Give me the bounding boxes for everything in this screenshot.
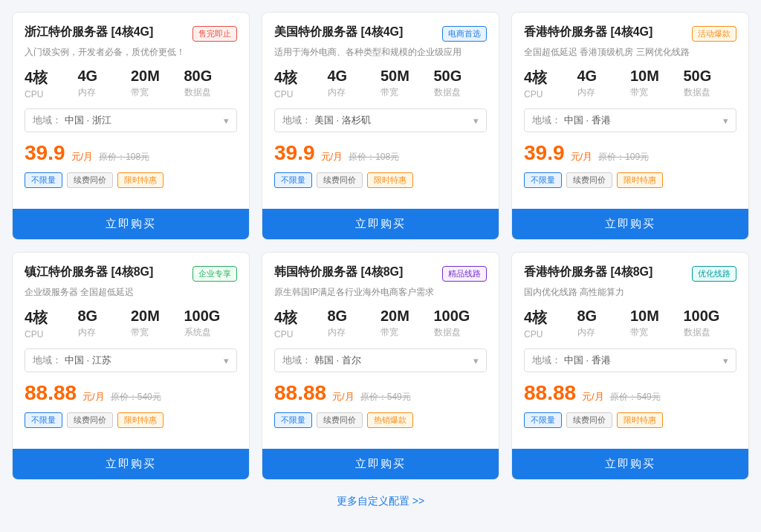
card-title-korea: 韩国特价服务器 [4核8G] [274,265,403,280]
spec-label-3-2: 带宽 [131,326,184,339]
spec-item-0-0: 4核 CPU [25,68,78,100]
server-card-korea: 韩国特价服务器 [4核8G] 精品线路 原生韩国IP满足各行业海外电商客户需求 … [262,252,499,480]
spec-item-2-2: 10M 带宽 [630,68,684,100]
spec-item-5-3: 100G 数据盘 [684,308,737,340]
price-row-zhenjiang: 88.88 元/月 原价：540元 [25,381,237,405]
spec-item-4-3: 100G 数据盘 [434,308,488,340]
card-desc-zhenjiang: 企业级服务器 全国超低延迟 [25,286,237,299]
server-card-hk2: 香港特价服务器 [4核8G] 优化线路 国内优化线路 高性能算力 4核 CPU … [511,252,749,480]
region-select-korea[interactable]: 地域： 韩国 · 首尔 ▾ [274,348,487,372]
spec-label-0-2: 带宽 [131,86,184,99]
region-label-hk1: 地域： [532,114,561,127]
tag-0-0: 不限量 [25,172,62,188]
spec-label-3-0: CPU [25,329,78,340]
server-card-grid: 浙江特价服务器 [4核4G] 售完即止 入门级实例，开发者必备，质优价更低！ 4… [12,12,749,480]
specs-usa: 4核 CPU 4G 内存 50M 带宽 50G 数据盘 [274,68,487,100]
card-desc-usa: 适用于海外电商、各种类型和规模的企业级应用 [274,46,487,59]
price-main-zhejiang: 39.9 [25,141,65,165]
region-value-hk2: 中国 · 香港 [564,354,611,367]
region-select-zhenjiang[interactable]: 地域： 中国 · 江苏 ▾ [25,348,237,372]
card-header-usa: 美国特价服务器 [4核4G] 电商首选 [274,25,487,42]
buy-button-usa[interactable]: 立即购买 [262,209,499,239]
region-value-zhejiang: 中国 · 浙江 [65,114,111,127]
tag-1-0: 不限量 [274,172,312,188]
spec-value-2-2: 10M [630,68,684,85]
chevron-down-icon-hk1: ▾ [723,115,728,126]
spec-value-1-0: 4核 [274,68,328,88]
price-row-hk2: 88.88 元/月 原价：549元 [524,381,736,405]
spec-label-2-0: CPU [524,89,577,100]
tag-4-1: 续费同价 [317,412,363,428]
region-value-korea: 韩国 · 首尔 [314,354,361,367]
card-badge-usa: 电商首选 [442,26,487,42]
region-select-usa[interactable]: 地域： 美国 · 洛杉矶 ▾ [274,108,487,132]
tag-3-1: 续费同价 [67,412,113,428]
spec-value-4-2: 20M [380,308,434,325]
card-body-hk2: 香港特价服务器 [4核8G] 优化线路 国内优化线路 高性能算力 4核 CPU … [512,253,748,449]
chevron-down-icon-usa: ▾ [473,115,479,126]
price-orig-zhejiang: 原价：108元 [99,151,149,163]
card-desc-korea: 原生韩国IP满足各行业海外电商客户需求 [274,286,487,299]
spec-item-1-1: 4G 内存 [328,68,381,100]
tag-5-2: 限时特惠 [617,412,663,428]
tag-5-0: 不限量 [524,412,562,428]
card-title-hk1: 香港特价服务器 [4核4G] [524,25,652,40]
card-title-usa: 美国特价服务器 [4核4G] [274,25,403,40]
region-label-zhejiang: 地域： [33,114,62,127]
spec-value-1-3: 50G [434,68,488,85]
tag-2-2: 限时特惠 [617,172,663,188]
buy-button-zhejiang[interactable]: 立即购买 [13,209,249,239]
tag-2-0: 不限量 [524,172,562,188]
chevron-down-icon-zhejiang: ▾ [224,115,229,126]
spec-value-3-0: 4核 [25,308,78,328]
spec-item-2-3: 50G 数据盘 [684,68,737,100]
specs-zhejiang: 4核 CPU 4G 内存 20M 带宽 80G 数据盘 [25,68,237,100]
spec-item-3-0: 4核 CPU [25,308,78,340]
region-label-korea: 地域： [282,354,311,367]
region-select-zhejiang[interactable]: 地域： 中国 · 浙江 ▾ [25,108,237,132]
spec-item-5-0: 4核 CPU [524,308,577,340]
price-orig-usa: 原价：108元 [349,151,399,163]
specs-hk1: 4核 CPU 4G 内存 10M 带宽 50G 数据盘 [524,68,736,100]
spec-label-5-2: 带宽 [630,326,684,339]
spec-value-3-2: 20M [131,308,184,325]
spec-item-4-2: 20M 带宽 [380,308,434,340]
spec-label-4-1: 内存 [328,326,381,339]
spec-value-1-2: 50M [380,68,434,85]
buy-button-zhenjiang[interactable]: 立即购买 [13,449,249,479]
tags-korea: 不限量 续费同价 热销爆款 [274,412,487,428]
region-select-hk2[interactable]: 地域： 中国 · 香港 ▾ [524,348,736,372]
price-unit-hk1: 元/月 [571,150,593,163]
spec-value-2-0: 4核 [524,68,577,88]
spec-label-3-1: 内存 [78,326,132,339]
card-desc-hk1: 全国超低延迟 香港顶级机房 三网优化线路 [524,46,736,59]
price-unit-zhenjiang: 元/月 [82,390,105,403]
card-badge-hk2: 优化线路 [692,266,736,282]
region-label-zhenjiang: 地域： [33,354,62,367]
price-row-korea: 88.88 元/月 原价：549元 [274,381,487,405]
card-title-zhenjiang: 镇江特价服务器 [4核8G] [25,265,153,280]
card-badge-hk1: 活动爆款 [692,26,736,42]
spec-item-3-3: 100G 系统盘 [184,308,238,340]
spec-value-4-3: 100G [434,308,488,325]
buy-button-korea[interactable]: 立即购买 [262,449,499,479]
card-title-zhejiang: 浙江特价服务器 [4核4G] [25,25,153,40]
chevron-down-icon-korea: ▾ [473,355,479,366]
spec-item-2-1: 4G 内存 [577,68,631,100]
more-config-link[interactable]: 更多自定义配置 >> [12,495,749,508]
region-select-hk1[interactable]: 地域： 中国 · 香港 ▾ [524,108,736,132]
region-value-hk1: 中国 · 香港 [564,114,611,127]
card-badge-zhenjiang: 企业专享 [192,266,237,282]
price-orig-zhenjiang: 原价：540元 [111,391,161,403]
region-value-usa: 美国 · 洛杉矶 [314,114,371,127]
card-title-hk2: 香港特价服务器 [4核8G] [524,265,652,280]
spec-label-1-1: 内存 [328,86,381,99]
spec-value-5-2: 10M [630,308,684,325]
spec-item-0-3: 80G 数据盘 [184,68,238,100]
price-main-korea: 88.88 [274,381,326,405]
buy-button-hk2[interactable]: 立即购买 [512,449,748,479]
card-header-korea: 韩国特价服务器 [4核8G] 精品线路 [274,265,487,282]
buy-button-hk1[interactable]: 立即购买 [512,209,748,239]
spec-value-0-2: 20M [131,68,184,85]
region-label-hk2: 地域： [532,354,561,367]
